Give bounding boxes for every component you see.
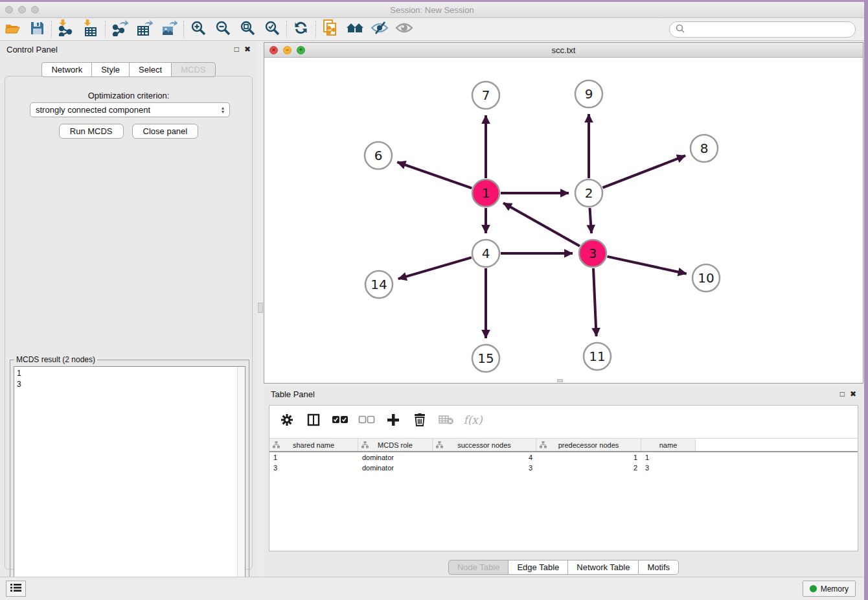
export-image-button[interactable] (157, 19, 181, 39)
tab-network-table[interactable]: Network Table (567, 560, 638, 575)
close-table-panel-icon[interactable]: ✖ (850, 390, 856, 398)
node-label-14: 14 (371, 277, 387, 292)
zoom-in-icon (190, 19, 207, 39)
import-network-icon (58, 19, 74, 39)
node-label-8: 8 (700, 141, 709, 156)
edge-3-1[interactable] (503, 203, 580, 246)
toolbar-separator (105, 21, 106, 38)
close-panel-icon[interactable]: ✖ (244, 45, 251, 53)
network-view-window: × − + scc.txt 7968124314101511 (264, 42, 863, 384)
zoom-fit-button[interactable] (235, 19, 260, 39)
close-panel-button[interactable]: Close panel (132, 124, 199, 139)
select-all-icon[interactable] (332, 411, 348, 428)
table-row[interactable]: 1dominator411 (269, 452, 858, 463)
column-header-MCDS-role[interactable]: MCDS role (358, 439, 433, 451)
refresh-icon (293, 19, 310, 39)
table-cell[interactable]: 3 (641, 464, 696, 472)
tab-select[interactable]: Select (129, 62, 171, 77)
mcds-panel: Optimization criterion: strongly connect… (5, 76, 253, 570)
edge-1-6[interactable] (397, 162, 472, 188)
tab-node-table[interactable]: Node Table (448, 560, 508, 575)
column-header-predecessor-nodes[interactable]: predecessor nodes (536, 439, 641, 451)
run-mcds-button[interactable]: Run MCDS (59, 124, 124, 139)
select-stepper-icon: ▴▾ (222, 106, 224, 114)
main-toolbar (0, 18, 864, 41)
float-table-panel-icon[interactable]: □ (840, 390, 845, 398)
tab-style[interactable]: Style (91, 62, 129, 77)
edge-4-14[interactable] (398, 257, 472, 279)
column-header-name[interactable]: name (641, 439, 696, 451)
show-column-icon[interactable] (305, 411, 322, 428)
delete-row-icon[interactable] (411, 411, 428, 428)
node-label-7: 7 (482, 87, 490, 103)
table-header-row: shared nameMCDS rolesuccessor nodesprede… (269, 438, 858, 451)
edge-3-10[interactable] (607, 257, 686, 274)
column-label: name (659, 441, 678, 449)
column-header-shared-name[interactable]: shared name (269, 439, 358, 451)
import-table-button[interactable] (78, 19, 103, 39)
duplicate-network-button[interactable] (318, 19, 343, 39)
table-cell[interactable]: 3 (269, 464, 358, 472)
memory-button[interactable]: Memory (803, 581, 856, 597)
zoom-out-icon (214, 19, 231, 39)
export-network-button[interactable] (108, 19, 132, 39)
edge-3-11[interactable] (593, 268, 597, 336)
hide-selected-button[interactable] (367, 19, 392, 39)
table-row[interactable]: 3dominator323 (269, 463, 858, 473)
task-history-button[interactable] (6, 581, 26, 597)
search-box[interactable] (669, 21, 856, 38)
table-cell[interactable]: 4 (433, 454, 536, 461)
table-settings-gear-icon[interactable] (279, 411, 295, 428)
edge-2-8[interactable] (602, 156, 685, 187)
table-cell[interactable]: 1 (269, 454, 358, 461)
double-home-icon (345, 21, 365, 38)
open-folder-icon (5, 21, 20, 38)
vertical-splitter-grip[interactable] (258, 303, 263, 313)
float-panel-icon[interactable]: □ (234, 45, 239, 53)
table-cell[interactable]: 1 (641, 454, 696, 461)
network-window-title: scc.txt (264, 45, 863, 55)
export-table-icon (136, 19, 153, 39)
table-toolbar: f(x) (269, 406, 858, 434)
tab-mcds[interactable]: MCDS (171, 62, 215, 77)
network-window-titlebar[interactable]: × − + scc.txt (264, 43, 863, 58)
table-cell[interactable]: dominator (358, 464, 433, 472)
edge-2-3[interactable] (589, 208, 591, 233)
function-builder-icon[interactable]: f(x) (464, 411, 481, 428)
horizontal-splitter-grip[interactable] (557, 379, 563, 382)
node-label-15: 15 (477, 351, 494, 366)
tab-motifs[interactable]: Motifs (638, 560, 679, 575)
result-scrollbar[interactable] (237, 367, 245, 599)
node-label-2: 2 (585, 185, 593, 201)
deselect-all-icon[interactable] (358, 411, 375, 428)
tab-network[interactable]: Network (41, 62, 91, 77)
apply-layout-button[interactable] (289, 19, 314, 39)
list-icon (10, 583, 21, 595)
table-cell[interactable]: 1 (536, 454, 641, 461)
criterion-select[interactable]: strongly connected component ▴▾ (30, 102, 230, 117)
column-label: predecessor nodes (558, 441, 619, 449)
column-header-successor-nodes[interactable]: successor nodes (433, 439, 536, 451)
export-table-button[interactable] (132, 19, 157, 39)
table-cell[interactable]: 2 (536, 464, 641, 472)
table-cell[interactable]: 3 (433, 464, 536, 472)
open-session-button[interactable] (0, 19, 25, 39)
add-row-icon[interactable] (385, 411, 402, 428)
zoom-selected-button[interactable] (260, 19, 284, 39)
mcds-result-list[interactable]: 1 3 (14, 366, 246, 600)
tab-edge-table[interactable]: Edge Table (508, 560, 567, 575)
import-network-button[interactable] (54, 19, 78, 39)
show-all-networks-button[interactable] (343, 19, 367, 39)
optimization-criterion-label: Optimization criterion: (5, 91, 252, 100)
delete-table-icon[interactable] (438, 411, 455, 428)
save-session-button[interactable] (25, 19, 49, 39)
show-hidden-button[interactable] (392, 19, 417, 39)
search-input[interactable] (685, 25, 855, 34)
zoom-in-button[interactable] (186, 19, 211, 39)
network-canvas[interactable]: 7968124314101511 (264, 58, 863, 384)
toolbar-separator (51, 21, 52, 38)
table-cell[interactable]: dominator (358, 454, 433, 461)
save-disk-icon (30, 21, 44, 38)
memory-status-icon (810, 585, 817, 592)
zoom-out-button[interactable] (211, 19, 235, 39)
